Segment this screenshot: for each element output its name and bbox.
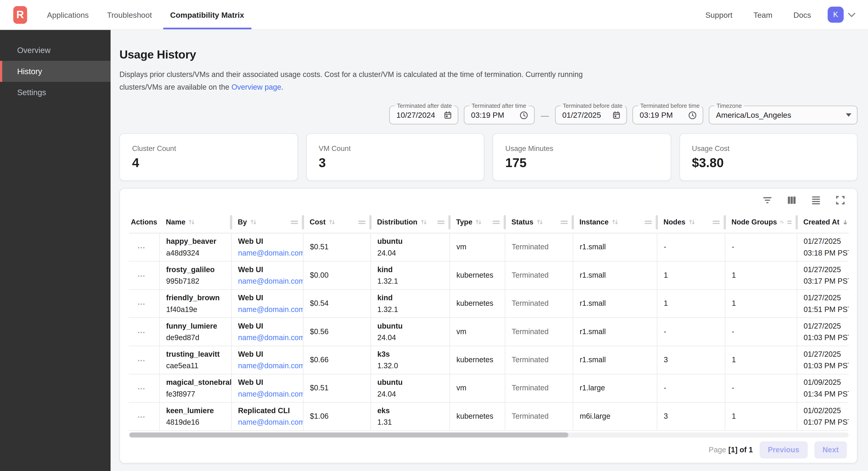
avatar[interactable]: K xyxy=(828,7,844,23)
email-link[interactable]: name@domain.com xyxy=(238,416,298,428)
terminated-after-date-field[interactable]: Terminated after date 10/27/2024 xyxy=(389,106,458,124)
support-link[interactable]: Support xyxy=(705,10,733,19)
column-header-instance[interactable]: Instance xyxy=(573,212,657,233)
calendar-icon[interactable] xyxy=(443,111,452,119)
sort-icon[interactable] xyxy=(328,219,335,226)
distribution-version: 24.04 xyxy=(377,247,445,259)
next-button[interactable]: Next xyxy=(814,441,847,458)
column-header-node-groups[interactable]: Node Groups xyxy=(725,212,797,233)
row-actions-button[interactable]: ••• xyxy=(138,245,145,251)
type-cell: vm xyxy=(450,318,505,346)
column-header-distribution[interactable]: Distribution xyxy=(370,212,450,233)
sort-icon[interactable] xyxy=(536,219,543,226)
tab-compatibility-matrix[interactable]: Compatibility Matrix xyxy=(170,0,244,29)
sort-icon[interactable] xyxy=(420,219,427,226)
replicated-logo[interactable]: R xyxy=(13,6,27,24)
column-drag-handle[interactable] xyxy=(358,220,365,224)
row-actions-button[interactable]: ••• xyxy=(138,414,145,420)
horizontal-scrollbar[interactable] xyxy=(129,432,849,437)
table-row[interactable]: ••• funny_lumierede9ed87d Web UIname@dom… xyxy=(129,318,849,346)
column-header-name[interactable]: Name xyxy=(159,212,231,233)
table-row[interactable]: ••• keen_lumiere4819de16 Replicated CLIn… xyxy=(129,402,849,430)
sidebar-item-overview[interactable]: Overview xyxy=(0,40,111,61)
distribution-version: 1.32.0 xyxy=(377,360,445,371)
distribution-cell: ubuntu24.04 xyxy=(370,374,450,402)
instance-cell: r1.small xyxy=(573,289,657,317)
column-drag-handle[interactable] xyxy=(713,220,720,224)
row-actions-button[interactable]: ••• xyxy=(138,273,145,279)
email-link[interactable]: name@domain.com xyxy=(238,332,298,343)
email-link[interactable]: name@domain.com xyxy=(238,247,298,259)
cluster-id: fe3f8977 xyxy=(166,388,226,400)
docs-link[interactable]: Docs xyxy=(793,10,811,19)
table-row[interactable]: ••• friendly_brown1f40a19e Web UIname@do… xyxy=(129,289,849,317)
node-groups-cell: - xyxy=(725,233,797,261)
column-header-type[interactable]: Type xyxy=(450,212,505,233)
sort-icon[interactable] xyxy=(611,219,619,226)
stat-value: $3.80 xyxy=(692,155,845,170)
column-label: Instance xyxy=(579,218,609,226)
email-link[interactable]: name@domain.com xyxy=(238,388,298,400)
columns-icon[interactable] xyxy=(786,195,797,206)
tab-applications[interactable]: Applications xyxy=(47,0,89,29)
column-header-status[interactable]: Status xyxy=(505,212,573,233)
cluster-count-card: Cluster Count 4 xyxy=(119,133,298,181)
sort-desc-icon[interactable] xyxy=(842,218,849,226)
column-drag-handle[interactable] xyxy=(645,220,652,224)
email-link[interactable]: name@domain.com xyxy=(238,303,298,315)
timezone-select[interactable]: Timezone America/Los_Angeles xyxy=(709,106,858,124)
created-by-source: Web UI xyxy=(238,235,298,247)
usage-history-table: Actions Name By Cost Distribution Type S… xyxy=(129,212,849,431)
row-actions-button[interactable]: ••• xyxy=(138,329,145,335)
sidebar-item-settings[interactable]: Settings xyxy=(0,82,111,103)
table-row[interactable]: ••• trusting_leavittcae5ea11 Web UIname@… xyxy=(129,346,849,374)
previous-button[interactable]: Previous xyxy=(760,441,808,458)
sort-icon[interactable] xyxy=(688,219,695,226)
email-link[interactable]: name@domain.com xyxy=(238,360,298,371)
table-row[interactable]: ••• happy_beavera48d9324 Web UIname@doma… xyxy=(129,233,849,261)
field-value: America/Los_Angeles xyxy=(716,111,791,119)
sort-icon[interactable] xyxy=(250,219,257,226)
clock-icon[interactable] xyxy=(688,110,697,120)
account-menu[interactable]: K xyxy=(828,7,856,23)
cluster-id: de9ed87d xyxy=(166,332,226,343)
dropdown-arrow-icon[interactable] xyxy=(846,113,851,117)
calendar-icon[interactable] xyxy=(612,111,621,119)
row-actions-button[interactable]: ••• xyxy=(138,386,145,391)
sidebar-item-history[interactable]: History xyxy=(0,61,111,82)
column-drag-handle[interactable] xyxy=(291,220,298,224)
column-header-by[interactable]: By xyxy=(231,212,303,233)
terminated-before-time-field[interactable]: Terminated before time 03:19 PM xyxy=(632,106,703,124)
scrollbar-thumb[interactable] xyxy=(129,432,568,437)
overview-page-link[interactable]: Overview page xyxy=(231,83,281,91)
column-drag-handle[interactable] xyxy=(493,220,500,224)
distribution-name: eks xyxy=(377,405,445,416)
terminated-before-date-field[interactable]: Terminated before date 01/27/2025 xyxy=(555,106,627,124)
node-groups-cell: 1 xyxy=(725,289,797,317)
column-header-cost[interactable]: Cost xyxy=(303,212,370,233)
clock-icon[interactable] xyxy=(519,110,529,120)
row-actions-button[interactable]: ••• xyxy=(138,301,145,307)
email-link[interactable]: name@domain.com xyxy=(238,275,298,287)
by-cell: Web UIname@domain.com xyxy=(231,318,303,346)
table-row[interactable]: ••• magical_stonebrakerfe3f8977 Web UIna… xyxy=(129,374,849,402)
fullscreen-icon[interactable] xyxy=(835,195,846,206)
sort-icon[interactable] xyxy=(475,219,483,226)
row-actions-button[interactable]: ••• xyxy=(138,358,145,363)
column-drag-handle[interactable] xyxy=(437,220,444,224)
filter-icon[interactable] xyxy=(762,195,773,206)
sort-icon[interactable] xyxy=(188,219,195,226)
vm-count-card: VM Count 3 xyxy=(306,133,484,181)
column-header-nodes[interactable]: Nodes xyxy=(657,212,725,233)
column-drag-handle[interactable] xyxy=(561,220,568,224)
table-header: Actions Name By Cost Distribution Type S… xyxy=(129,212,849,233)
column-drag-handle[interactable] xyxy=(787,220,792,224)
column-header-created-at[interactable]: Created At xyxy=(797,212,849,233)
tab-troubleshoot[interactable]: Troubleshoot xyxy=(107,0,152,29)
team-link[interactable]: Team xyxy=(753,10,772,19)
table-row[interactable]: ••• frosty_galileo995b7182 Web UIname@do… xyxy=(129,261,849,289)
terminated-after-time-field[interactable]: Terminated after time 03:19 PM xyxy=(464,106,535,124)
sort-icon[interactable] xyxy=(780,219,784,226)
description-line2: clusters/VMs are available on the xyxy=(119,83,231,91)
density-icon[interactable] xyxy=(810,195,822,206)
